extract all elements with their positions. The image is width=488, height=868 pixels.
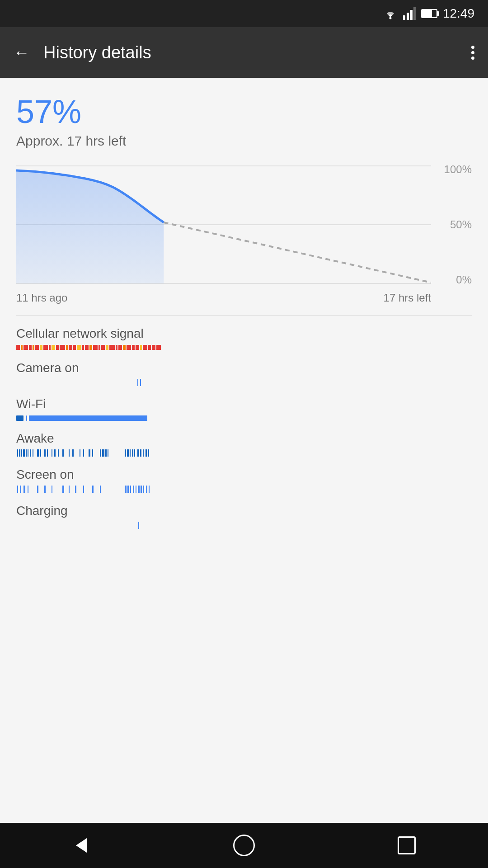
svg-rect-74 — [108, 449, 108, 457]
svg-rect-85 — [17, 486, 18, 493]
svg-rect-76 — [127, 449, 129, 457]
svg-line-8 — [164, 222, 431, 283]
svg-rect-66 — [72, 449, 74, 457]
svg-rect-81 — [140, 449, 141, 457]
screen-bar — [16, 486, 472, 493]
more-options-button[interactable] — [471, 46, 474, 60]
svg-rect-92 — [62, 486, 64, 493]
back-button[interactable]: ← — [14, 44, 30, 61]
svg-rect-99 — [127, 486, 129, 493]
svg-rect-96 — [92, 486, 94, 493]
svg-rect-1 — [403, 15, 405, 20]
svg-point-0 — [389, 17, 391, 19]
chart-time-end: 17 hrs left — [384, 292, 431, 304]
charging-bar — [16, 522, 472, 529]
more-dot-2 — [471, 51, 474, 54]
wifi-activity-label: Wi-Fi — [16, 397, 472, 411]
svg-rect-84 — [148, 449, 149, 457]
wifi-status-icon — [383, 7, 398, 20]
svg-rect-16 — [43, 345, 48, 350]
svg-rect-94 — [75, 486, 76, 493]
svg-rect-108 — [138, 522, 139, 529]
screen-on-section: Screen on — [16, 467, 472, 493]
battery-status-icon — [421, 9, 437, 18]
svg-rect-79 — [134, 449, 135, 457]
svg-rect-62 — [54, 449, 56, 457]
signal-status-icon — [403, 7, 416, 20]
svg-rect-88 — [28, 486, 28, 493]
home-nav-button[interactable] — [226, 827, 262, 863]
wifi-section: Wi-Fi — [16, 397, 472, 420]
recents-nav-button[interactable] — [389, 827, 425, 863]
charging-label: Charging — [16, 504, 472, 518]
svg-rect-34 — [118, 345, 122, 350]
svg-rect-39 — [140, 345, 142, 350]
svg-rect-56 — [33, 449, 33, 457]
svg-rect-36 — [127, 345, 131, 350]
svg-rect-75 — [125, 449, 126, 457]
svg-rect-73 — [105, 449, 107, 457]
svg-rect-28 — [93, 345, 98, 350]
svg-rect-78 — [132, 449, 133, 457]
svg-rect-89 — [37, 486, 38, 493]
svg-rect-55 — [30, 449, 31, 457]
svg-rect-45 — [140, 379, 141, 386]
svg-rect-57 — [37, 449, 39, 457]
svg-rect-42 — [152, 345, 155, 350]
svg-rect-82 — [143, 449, 144, 457]
svg-rect-59 — [44, 449, 46, 457]
svg-rect-35 — [123, 345, 126, 350]
page-title: History details — [43, 43, 458, 62]
svg-rect-83 — [145, 449, 147, 457]
svg-rect-106 — [146, 486, 147, 493]
svg-rect-70 — [92, 449, 93, 457]
cellular-bar — [16, 344, 472, 350]
svg-rect-95 — [83, 486, 84, 493]
svg-rect-51 — [21, 449, 22, 457]
svg-rect-11 — [23, 345, 28, 350]
svg-rect-80 — [137, 449, 139, 457]
svg-rect-107 — [149, 486, 150, 493]
svg-rect-63 — [58, 449, 59, 457]
chart-label-100: 100% — [436, 163, 472, 176]
chart-labels: 100% 50% 0% — [436, 161, 472, 288]
svg-rect-43 — [156, 345, 161, 350]
awake-section: Awake — [16, 431, 472, 457]
chart-label-50: 50% — [436, 218, 472, 231]
chart-label-0: 0% — [436, 274, 472, 286]
svg-rect-4 — [413, 7, 416, 20]
svg-rect-27 — [89, 345, 92, 350]
svg-rect-52 — [23, 449, 25, 457]
svg-rect-15 — [40, 345, 42, 350]
svg-rect-37 — [132, 345, 135, 350]
svg-rect-2 — [407, 13, 409, 20]
back-nav-button[interactable] — [63, 827, 99, 863]
camera-section: Camera on — [16, 361, 472, 386]
svg-rect-98 — [125, 486, 127, 493]
chart-time-start: 11 hrs ago — [16, 292, 67, 304]
svg-rect-9 — [16, 345, 20, 350]
svg-rect-24 — [77, 345, 81, 350]
home-circle-icon — [233, 835, 255, 856]
svg-rect-77 — [130, 449, 131, 457]
app-bar: ← History details — [0, 27, 488, 78]
svg-rect-60 — [47, 449, 48, 457]
camera-label: Camera on — [16, 361, 472, 375]
svg-rect-90 — [44, 486, 46, 493]
bottom-nav — [0, 823, 488, 868]
recents-square-icon — [398, 836, 416, 854]
charging-section: Charging — [16, 504, 472, 529]
svg-rect-54 — [28, 449, 28, 457]
svg-rect-33 — [116, 345, 117, 350]
svg-rect-29 — [99, 345, 100, 350]
svg-rect-58 — [40, 449, 41, 457]
svg-rect-41 — [148, 345, 151, 350]
svg-rect-102 — [136, 486, 136, 493]
status-icons: 12:49 — [383, 6, 474, 21]
cellular-label: Cellular network signal — [16, 326, 472, 341]
svg-rect-32 — [109, 345, 115, 350]
svg-rect-46 — [16, 415, 23, 421]
svg-rect-103 — [138, 486, 140, 493]
svg-rect-20 — [60, 345, 65, 350]
svg-rect-25 — [82, 345, 84, 350]
